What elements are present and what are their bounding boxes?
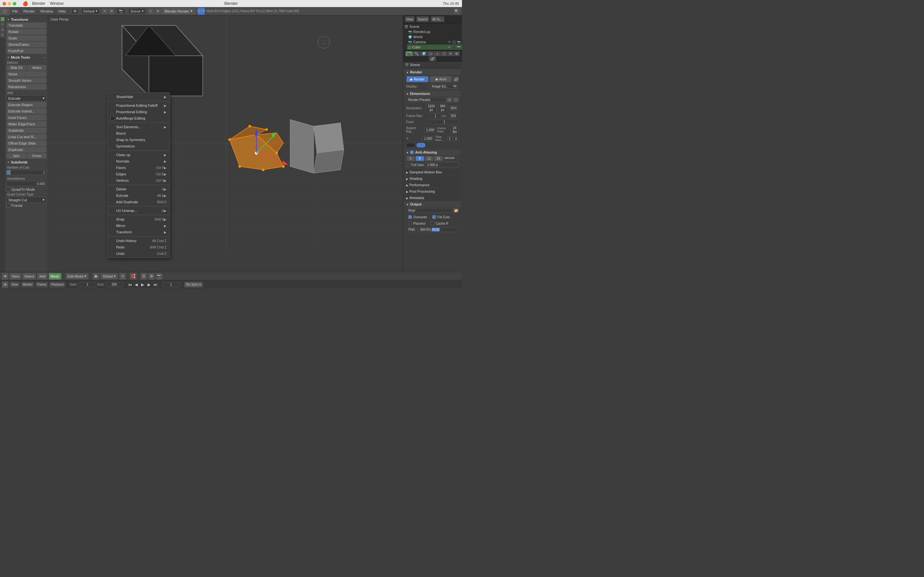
apple-menu[interactable]: 🍎 (23, 1, 28, 6)
next-frame-icon[interactable]: ▶ (147, 282, 152, 287)
toggle-left[interactable] (406, 143, 415, 147)
frame-rate[interactable]: 24 fps (451, 126, 459, 134)
menu-bisect[interactable]: Bisect (108, 130, 170, 137)
overwrite-checkbox[interactable]: ✓ (408, 215, 412, 219)
view-menu-btn[interactable]: View (10, 273, 21, 279)
menu-undo-history[interactable]: Undo History Alt Cmd Z (108, 237, 170, 244)
mesh-props-tab[interactable]: 🔺 (434, 51, 441, 56)
menu-redo[interactable]: Redo Shift Cmd Z (108, 244, 170, 250)
extrude-region-button[interactable]: Extrude Region (6, 102, 47, 108)
render-still-btn[interactable]: ▶ Render (406, 76, 429, 82)
quad-corner-type-dropdown[interactable]: Straight Cut ▾ (6, 197, 47, 203)
performance-header[interactable]: Performance (404, 182, 461, 188)
cube-render-icon[interactable]: 📷 (457, 45, 461, 49)
coordinate-system-dropdown[interactable]: Global ▾ (100, 273, 118, 279)
mesh-tools-section-header[interactable]: Mesh Tools — (6, 55, 47, 60)
menu-symmetrize[interactable]: Symmetrize (108, 143, 170, 149)
edit-mode-dropdown[interactable]: Edit Mode ▾ (65, 273, 89, 279)
snap-icon[interactable]: 🧲 (130, 273, 136, 279)
mac-window-menu[interactable]: Window (50, 1, 63, 6)
menu-edges[interactable]: Edges Ctrl E ▶ (108, 171, 170, 177)
menu-uv-unwrap[interactable]: UV Unwrap... U ▶ (108, 207, 170, 214)
mac-window-controls[interactable] (3, 2, 16, 5)
prev-frame-icon[interactable]: ◀ (134, 282, 139, 287)
offset-edge-slide-button[interactable]: Offset Edge Slide (6, 140, 47, 146)
menu-normals[interactable]: Normals ▶ (108, 158, 170, 164)
add-preset-btn[interactable]: + (447, 97, 452, 103)
physics-props-tab[interactable]: ⚙ (454, 51, 460, 56)
spin-button[interactable]: Spin (6, 153, 26, 159)
scale-button[interactable]: Scale (6, 35, 47, 41)
menu-undo[interactable]: Undo Cmd Z (108, 250, 170, 257)
num-cuts-slider[interactable]: 1 (6, 170, 47, 175)
camera-visibility-icon[interactable]: 👁 (448, 40, 451, 44)
play-icon[interactable]: ▶ (140, 282, 145, 287)
render-section-header[interactable]: Render (404, 69, 461, 75)
viewport[interactable]: User Persp Show/Hide ▶ Proportional Edit… (48, 15, 403, 272)
blender-icon[interactable]: ⬡ (0, 7, 10, 15)
outliner-item-camera[interactable]: 📷 Camera 👁 ⬛ 📷 (407, 39, 462, 45)
full-sample-value[interactable]: 1.000 p (425, 163, 459, 167)
post-processing-header[interactable]: Post Processing (404, 189, 461, 194)
translate-button[interactable]: Translate (6, 23, 47, 28)
toggle-right[interactable] (417, 143, 425, 147)
viewport-mode-icon[interactable]: 👁 (2, 273, 8, 279)
aa-11-btn[interactable]: 11 (425, 156, 434, 161)
full-sample-checkbox[interactable] (406, 163, 410, 167)
cube-restrict-icon[interactable]: ⬛ (452, 45, 456, 49)
add-layout-btn[interactable]: + (102, 8, 107, 14)
manipulator-icon[interactable]: ⊕ (148, 273, 155, 279)
aa-checkbox[interactable]: ✓ (410, 150, 414, 154)
outliner-view-btn[interactable]: View (405, 16, 415, 22)
playback-btn[interactable]: Playback (49, 282, 66, 287)
jump-end-icon[interactable]: ⏭ (153, 282, 158, 287)
add-menu-btn[interactable]: Add (37, 273, 47, 279)
duplicate-button[interactable]: Duplicate (6, 147, 47, 153)
jump-start-icon[interactable]: ⏮ (128, 282, 132, 287)
search-icon[interactable]: 🔍 (454, 8, 459, 14)
mesh-menu-btn[interactable]: Mesh (49, 273, 61, 279)
aspect-y[interactable]: 1.000 (422, 136, 434, 141)
marker-btn[interactable]: Marker (21, 282, 34, 287)
remove-scene-btn[interactable]: ✕ (155, 8, 161, 14)
tools-tab[interactable]: T (0, 17, 5, 21)
metadata-header[interactable]: Metadata (404, 195, 461, 201)
proportional-editing-icon[interactable]: ⊙ (120, 273, 126, 279)
menu-snap-to-symmetry[interactable]: Snap to Symmetry (108, 137, 170, 143)
placeholder-checkbox[interactable] (408, 221, 412, 226)
constraints-props-tab[interactable]: 🔗 (429, 56, 436, 61)
automerge-checkbox[interactable] (110, 116, 115, 121)
time-rem-2[interactable]: 1 (453, 136, 459, 141)
start-frame-input[interactable]: 1 (79, 282, 96, 287)
display-tab[interactable]: D (0, 32, 5, 37)
create-tab[interactable]: C (0, 22, 5, 27)
aa-8-btn[interactable]: 8 (415, 156, 425, 161)
view-anim-btn[interactable]: View (10, 282, 20, 287)
camera-icon[interactable]: 📷 (156, 273, 162, 279)
frame-end[interactable]: 250 (448, 113, 459, 118)
menu-vertices[interactable]: Vertices Ctrl V ▶ (108, 177, 170, 184)
anim-mode-icon[interactable]: 👁 (2, 282, 8, 288)
vertex-button[interactable]: Vertex (27, 65, 47, 71)
menu-automerge-editing[interactable]: AutoMerge Editing (108, 115, 170, 121)
screw-button[interactable]: Screw (27, 153, 47, 159)
render-menu[interactable]: Render (21, 7, 38, 15)
material-props-tab[interactable]: ⬡ (441, 51, 447, 56)
res-percent[interactable]: 50% (449, 106, 459, 111)
current-frame-input[interactable]: 1 (162, 282, 180, 287)
outliner-search-btn[interactable]: Search (417, 16, 429, 22)
relations-tab[interactable]: R (0, 27, 5, 32)
rotate-button[interactable]: Rotate (6, 29, 47, 35)
res-x[interactable]: 1920 px (426, 104, 437, 112)
time-rem-1[interactable]: 1 (447, 136, 453, 141)
extrude-dropdown[interactable]: Extrude ▾ (6, 95, 47, 101)
scene-selector[interactable]: Scene ▾ (128, 8, 145, 14)
maximize-button[interactable] (13, 2, 16, 5)
scene-camera-selector[interactable]: 📷 (117, 8, 125, 14)
aa-5-btn[interactable]: 5 (406, 156, 415, 161)
file-exte-checkbox[interactable]: ✓ (432, 215, 436, 219)
output-section-header[interactable]: Output (404, 201, 461, 207)
smoothness-slider[interactable]: 0.000 (6, 181, 47, 186)
menu-extrude[interactable]: Extrude Alt E ▶ (108, 192, 170, 199)
select-menu-btn[interactable]: Select (23, 273, 36, 279)
